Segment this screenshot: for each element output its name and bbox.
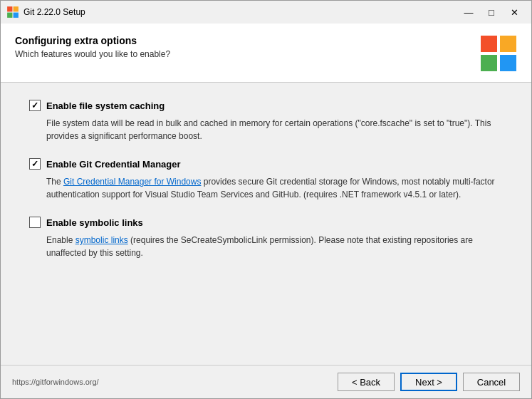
option-credential: Enable Git Credential Manager The Git Cr…	[29, 158, 503, 201]
header: Configuring extra options Which features…	[1, 24, 531, 83]
content-area: Enable file system caching File system d…	[1, 83, 531, 365]
symlinks-checkbox[interactable]	[29, 217, 41, 228]
header-text: Configuring extra options Which features…	[15, 35, 170, 59]
window-controls: — □ ✕	[457, 4, 526, 21]
header-subtitle: Which features would you like to enable?	[15, 49, 170, 59]
credential-label: Enable Git Credential Manager	[46, 159, 181, 170]
fscache-label: Enable file system caching	[46, 100, 165, 111]
svg-rect-6	[481, 55, 497, 71]
svg-rect-1	[14, 6, 19, 11]
title-bar: Git 2.22.0 Setup — □ ✕	[1, 1, 531, 24]
footer-buttons: < Back Next > Cancel	[338, 373, 520, 391]
symlinks-description: Enable symbolic links (requires the SeCr…	[46, 234, 503, 259]
svg-rect-5	[500, 36, 516, 52]
option-symlinks: Enable symbolic links Enable symbolic li…	[29, 217, 503, 259]
symlinks-checkbox-label[interactable]: Enable symbolic links	[29, 217, 143, 228]
svg-rect-2	[7, 13, 12, 18]
symlinks-label: Enable symbolic links	[46, 217, 143, 228]
cancel-button[interactable]: Cancel	[463, 373, 520, 391]
back-button[interactable]: < Back	[338, 373, 395, 391]
minimize-button[interactable]: —	[457, 4, 480, 21]
fscache-checkbox[interactable]	[29, 100, 41, 111]
option-fscache: Enable file system caching File system d…	[29, 100, 503, 142]
window-title: Git 2.22.0 Setup	[24, 7, 457, 17]
credential-checkbox[interactable]	[29, 158, 41, 170]
credential-checkbox-label[interactable]: Enable Git Credential Manager	[29, 158, 181, 170]
footer: https://gitforwindows.org/ < Back Next >…	[1, 366, 531, 398]
credential-description: The Git Credential Manager for Windows p…	[46, 175, 503, 201]
svg-rect-3	[14, 13, 19, 18]
credential-manager-link[interactable]: Git Credential Manager for Windows	[63, 177, 201, 187]
fscache-checkbox-label[interactable]: Enable file system caching	[29, 100, 165, 111]
close-button[interactable]: ✕	[503, 4, 526, 21]
symbolic-links-link[interactable]: symbolic links	[75, 235, 128, 245]
svg-rect-4	[481, 36, 497, 52]
git-logo	[480, 35, 517, 72]
option-symlinks-header: Enable symbolic links	[29, 217, 503, 228]
svg-rect-0	[7, 6, 12, 11]
next-button[interactable]: Next >	[400, 373, 457, 391]
option-credential-header: Enable Git Credential Manager	[29, 158, 503, 170]
header-title: Configuring extra options	[15, 35, 170, 46]
setup-window: Git 2.22.0 Setup — □ ✕ Configuring extra…	[0, 0, 532, 399]
fscache-description: File system data will be read in bulk an…	[46, 117, 503, 142]
footer-url: https://gitforwindows.org/	[12, 378, 99, 386]
maximize-button[interactable]: □	[480, 4, 503, 21]
option-fscache-header: Enable file system caching	[29, 100, 503, 111]
svg-rect-7	[500, 55, 516, 71]
app-icon	[6, 6, 19, 19]
